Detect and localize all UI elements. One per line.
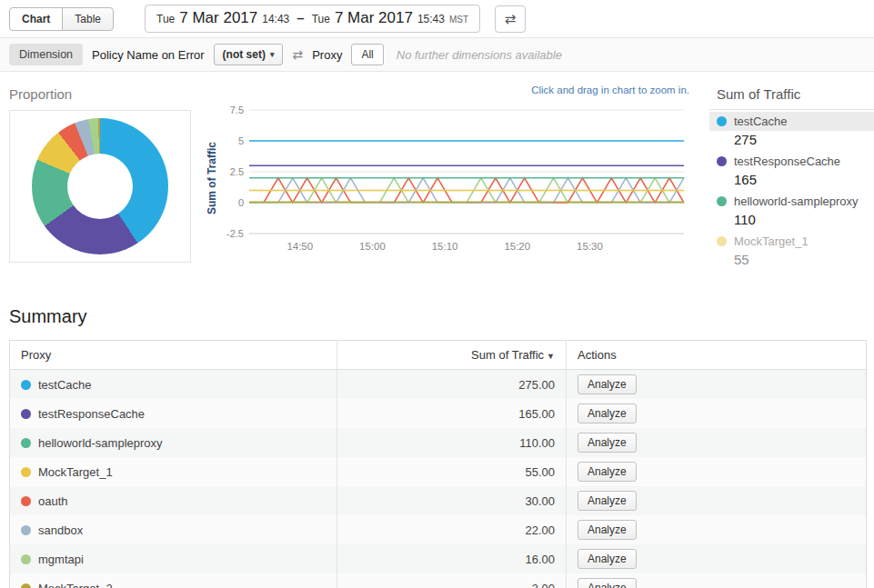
- start-day: Tue: [156, 13, 175, 25]
- sum-of-traffic-header-label: Sum of Traffic: [471, 348, 544, 362]
- sort-descending-icon: ▼: [547, 352, 555, 361]
- dimension-chip[interactable]: Dimension: [9, 44, 83, 65]
- dimension-toolbar: Dimension Policy Name on Error (not set)…: [0, 38, 874, 72]
- legend-item[interactable]: MockTarget_155: [709, 232, 874, 272]
- analytics-page: Chart Table Tue 7 Mar 2017 14:43 – Tue 7…: [0, 0, 874, 588]
- legend-color-dot: [717, 196, 727, 206]
- legend-item[interactable]: testResponseCache165: [709, 152, 874, 192]
- svg-text:15:30: 15:30: [577, 241, 603, 252]
- svg-text:15:00: 15:00: [359, 241, 386, 252]
- proportion-title: Proportion: [9, 86, 193, 102]
- proxy-color-dot: [21, 409, 31, 419]
- summary-title: Summary: [9, 306, 867, 327]
- end-day: Tue: [312, 13, 330, 25]
- top-toolbar: Chart Table Tue 7 Mar 2017 14:43 – Tue 7…: [0, 0, 874, 38]
- legend-item[interactable]: helloworld-sampleproxy110: [709, 192, 874, 232]
- dimension-value-dropdown[interactable]: (not set) ▾: [214, 44, 284, 65]
- summary-table-row: oauth30.00Analyze: [10, 486, 867, 515]
- traffic-value: 16.00: [337, 544, 567, 573]
- traffic-value: 165.00: [337, 399, 567, 428]
- chevron-down-icon: ▾: [270, 50, 275, 59]
- dimensions-note: No further dimensions available: [397, 48, 562, 62]
- end-date: 7 Mar 2017: [335, 9, 413, 27]
- legend-series-name: MockTarget_1: [734, 234, 809, 248]
- traffic-value: 275.00: [337, 370, 567, 400]
- legend-series-value: 275: [709, 131, 874, 152]
- legend-series-value: 110: [709, 211, 874, 232]
- date-range-separator: –: [296, 10, 304, 25]
- svg-text:5: 5: [238, 135, 244, 146]
- start-date: 7 Mar 2017: [179, 9, 257, 27]
- summary-table-header: Proxy Sum of Traffic▼ Actions: [10, 341, 867, 370]
- y-axis-label: Sum of Traffic: [206, 142, 218, 214]
- legend-title: Sum of Traffic: [709, 86, 874, 110]
- proxy-name: MockTarget_2: [38, 582, 113, 588]
- summary-table-row: mgmtapi16.00Analyze: [10, 544, 867, 573]
- analyze-button[interactable]: Analyze: [578, 374, 637, 394]
- proxy-color-dot: [21, 380, 31, 390]
- analyze-button[interactable]: Analyze: [578, 520, 637, 540]
- proxy-color-dot: [21, 525, 31, 535]
- legend-color-dot: [717, 156, 727, 166]
- analyze-button[interactable]: Analyze: [578, 549, 637, 569]
- traffic-value: 3.00: [337, 573, 567, 588]
- legend-series-name: helloworld-sampleproxy: [734, 194, 859, 208]
- chart-tab[interactable]: Chart: [9, 7, 63, 31]
- summary-table: Proxy Sum of Traffic▼ Actions testCache2…: [9, 340, 867, 588]
- view-toggle: Chart Table: [9, 7, 114, 31]
- svg-text:2.5: 2.5: [230, 166, 244, 177]
- traffic-line-chart[interactable]: -2.502.557.514:5015:0015:1015:2015:30: [220, 101, 693, 255]
- legend-series-value: 165: [709, 171, 874, 192]
- svg-text:15:10: 15:10: [432, 241, 458, 252]
- summary-table-row: MockTarget_23.00Analyze: [10, 573, 867, 588]
- dimension-name-label: Policy Name on Error: [92, 48, 205, 62]
- proxy-color-dot: [21, 554, 31, 564]
- timezone-label: MST: [449, 15, 468, 25]
- traffic-value: 22.00: [337, 515, 567, 544]
- charts-row: Proportion Click and drag in chart to zo…: [0, 72, 874, 272]
- proxy-color-dot: [21, 467, 31, 477]
- summary-table-row: testCache275.00Analyze: [10, 370, 867, 400]
- analyze-button[interactable]: Analyze: [578, 433, 637, 453]
- chart-legend: Sum of Traffic testCache275testResponseC…: [709, 85, 874, 272]
- proxy-filter-button[interactable]: All: [351, 44, 383, 65]
- table-tab[interactable]: Table: [62, 7, 114, 31]
- legend-item[interactable]: testCache275: [709, 112, 874, 152]
- svg-text:7.5: 7.5: [230, 105, 244, 115]
- proportion-column: Proportion: [9, 85, 193, 272]
- summary-table-row: testResponseCache165.00Analyze: [10, 399, 867, 428]
- proportion-donut-chart[interactable]: [32, 118, 168, 254]
- svg-text:0: 0: [238, 197, 244, 208]
- summary-table-row: helloworld-sampleproxy110.00Analyze: [10, 428, 867, 457]
- refresh-button[interactable]: ⇄: [495, 5, 526, 33]
- svg-text:14:50: 14:50: [286, 241, 313, 252]
- summary-section: Summary Proxy Sum of Traffic▼ Actions te…: [0, 272, 874, 588]
- column-header-proxy[interactable]: Proxy: [10, 341, 337, 370]
- dimension-value-label: (not set): [223, 48, 266, 61]
- legend-series-name: testCache: [734, 115, 788, 128]
- legend-color-dot: [717, 116, 727, 126]
- proxy-color-dot: [21, 438, 31, 448]
- date-range-picker[interactable]: Tue 7 Mar 2017 14:43 – Tue 7 Mar 2017 15…: [145, 5, 480, 33]
- proxy-label: Proxy: [312, 48, 342, 62]
- analyze-button[interactable]: Analyze: [578, 491, 637, 511]
- proxy-name: testCache: [38, 378, 92, 392]
- end-time: 15:43: [417, 13, 445, 25]
- proxy-name: sandbox: [38, 523, 83, 537]
- swap-dimension-icon[interactable]: ⇄: [292, 47, 303, 62]
- proxy-color-dot: [21, 496, 31, 506]
- traffic-value: 110.00: [337, 428, 567, 457]
- proxy-name: MockTarget_1: [38, 465, 113, 479]
- summary-table-row: sandbox22.00Analyze: [10, 515, 867, 544]
- proxy-color-dot: [21, 583, 31, 588]
- analyze-button[interactable]: Analyze: [578, 404, 637, 424]
- summary-table-body: testCache275.00AnalyzetestResponseCache1…: [10, 370, 867, 588]
- svg-text:15:20: 15:20: [504, 241, 530, 252]
- analyze-button[interactable]: Analyze: [578, 578, 637, 588]
- column-header-sum-of-traffic[interactable]: Sum of Traffic▼: [337, 341, 567, 370]
- start-time: 14:43: [262, 13, 289, 25]
- legend-series-value: 55: [709, 251, 874, 272]
- line-chart-column: Click and drag in chart to zoom in. Sum …: [206, 85, 693, 272]
- zoom-hint: Click and drag in chart to zoom in.: [206, 85, 693, 101]
- analyze-button[interactable]: Analyze: [578, 462, 637, 482]
